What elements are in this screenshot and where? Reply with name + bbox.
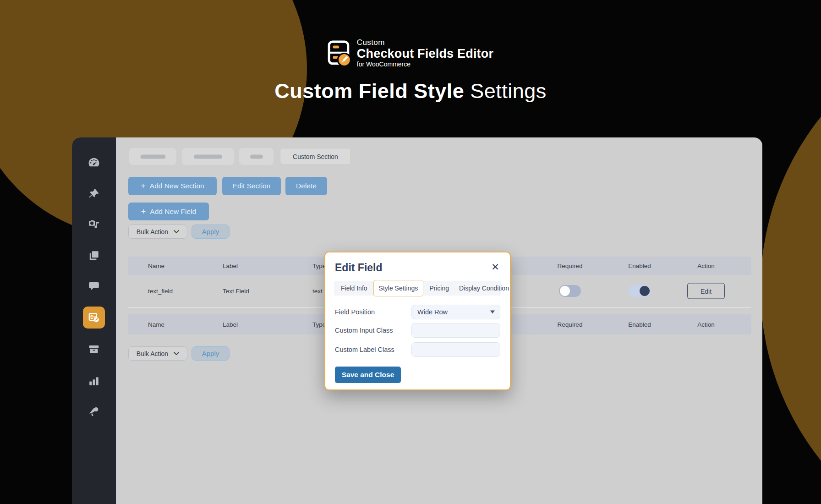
modal-title: Edit Field: [335, 262, 383, 274]
custom-input-class-label: Custom Input Class: [335, 327, 393, 334]
checkout-fields-editor-icon: [88, 312, 100, 323]
custom-label-class-field[interactable]: [411, 342, 500, 357]
placeholder-pill: [140, 154, 165, 159]
pages-icon[interactable]: [88, 250, 100, 262]
col-header-enabled: Enabled: [628, 263, 651, 269]
plus-icon: +: [141, 182, 146, 190]
page-title: Custom Field Style Settings: [0, 79, 821, 103]
modal-tab-bar: Field Info Style Settings Pricing Displa…: [334, 281, 501, 296]
field-position-label: Field Position: [335, 308, 375, 316]
plus-icon: +: [141, 208, 146, 216]
field-position-row: Field Position Wide Row: [335, 305, 500, 319]
media-icon[interactable]: [88, 218, 100, 230]
page-title-bold: Custom Field Style: [274, 79, 464, 103]
logo-line-custom: Custom: [357, 38, 493, 47]
sidebar-item-checkout-fields-active[interactable]: [83, 307, 105, 329]
branding-header: Custom Checkout Fields Editor for WooCom…: [0, 0, 821, 103]
field-type-cell: text: [312, 288, 323, 295]
chevron-down-icon: [174, 352, 179, 355]
bulk-action-dropdown-bottom[interactable]: Bulk Action: [128, 346, 187, 361]
col-header-required: Required: [558, 263, 583, 269]
section-tab-placeholder-3[interactable]: [239, 148, 274, 165]
col-header-name: Name: [148, 263, 164, 269]
save-and-close-button[interactable]: Save and Close: [335, 367, 401, 383]
edit-section-label: Edit Section: [233, 182, 271, 190]
enabled-toggle[interactable]: [629, 285, 651, 297]
bulk-action-dropdown[interactable]: Bulk Action: [128, 225, 187, 239]
caret-down-icon: [490, 311, 495, 314]
bulk-action-label: Bulk Action: [137, 350, 168, 357]
col-header-label: Label: [223, 263, 238, 269]
placeholder-pill: [250, 154, 263, 159]
add-new-field-label: Add New Field: [150, 208, 196, 216]
required-toggle[interactable]: [559, 285, 581, 297]
toggle-knob: [640, 286, 650, 296]
apply-button-bottom[interactable]: Apply: [192, 346, 230, 361]
toggle-knob: [560, 286, 570, 296]
section-tab-placeholder-1[interactable]: [129, 148, 176, 165]
apply-button[interactable]: Apply: [192, 225, 230, 239]
dashboard-icon[interactable]: [88, 156, 100, 168]
page: Custom Checkout Fields Editor for WooCom…: [0, 0, 821, 504]
custom-input-class-row: Custom Input Class: [335, 323, 500, 338]
tab-style-settings[interactable]: Style Settings: [373, 280, 424, 296]
edit-field-button[interactable]: Edit: [687, 283, 725, 299]
archive-icon[interactable]: [88, 343, 100, 355]
col-header-action: Action: [697, 263, 715, 269]
bulk-action-label: Bulk Action: [137, 228, 168, 236]
logo-line-product: Checkout Fields Editor: [357, 47, 493, 61]
chevron-down-icon: [174, 230, 179, 233]
tab-display-condition[interactable]: Display Condition: [454, 281, 514, 296]
placeholder-pill: [194, 154, 222, 159]
field-position-select[interactable]: Wide Row: [411, 305, 500, 319]
add-new-section-button[interactable]: + Add New Section: [128, 177, 217, 195]
logo-line-platform: for WooCommerce: [357, 60, 493, 68]
edit-field-modal: Edit Field ✕ Field Info Style Settings P…: [324, 252, 511, 390]
comments-icon[interactable]: [88, 280, 100, 292]
close-icon[interactable]: ✕: [489, 261, 502, 274]
custom-label-class-row: Custom Label Class: [335, 342, 500, 357]
field-label-cell: Text Field: [223, 288, 249, 295]
section-tab-custom-section[interactable]: Custom Section: [280, 148, 351, 165]
tab-pricing[interactable]: Pricing: [424, 281, 454, 296]
add-new-section-label: Add New Section: [150, 182, 204, 190]
megaphone-icon[interactable]: [88, 405, 100, 417]
col-footer-required: Required: [558, 321, 583, 328]
logo: Custom Checkout Fields Editor for WooCom…: [0, 38, 821, 68]
custom-label-class-label: Custom Label Class: [335, 346, 394, 353]
delete-label: Delete: [296, 182, 317, 190]
tab-field-info[interactable]: Field Info: [336, 281, 372, 296]
col-footer-type: Type: [312, 321, 326, 328]
col-footer-name: Name: [148, 321, 164, 328]
field-name-cell: text_field: [148, 288, 173, 295]
wp-admin-sidebar: [72, 137, 116, 504]
stats-icon[interactable]: [88, 375, 100, 387]
checkout-fields-logo-icon: [328, 40, 350, 67]
col-footer-enabled: Enabled: [628, 321, 651, 328]
col-header-type: Type: [312, 263, 326, 269]
add-new-field-button[interactable]: + Add New Field: [128, 203, 209, 220]
delete-section-button[interactable]: Delete: [285, 177, 327, 195]
pin-icon[interactable]: [88, 188, 100, 200]
logo-text: Custom Checkout Fields Editor for WooCom…: [357, 38, 493, 68]
field-position-value: Wide Row: [417, 308, 448, 316]
edit-section-button[interactable]: Edit Section: [222, 177, 281, 195]
section-tab-placeholder-2[interactable]: [182, 148, 234, 165]
col-footer-label: Label: [223, 321, 238, 328]
page-title-regular: Settings: [470, 79, 547, 103]
col-footer-action: Action: [697, 321, 715, 328]
custom-input-class-field[interactable]: [411, 323, 500, 338]
